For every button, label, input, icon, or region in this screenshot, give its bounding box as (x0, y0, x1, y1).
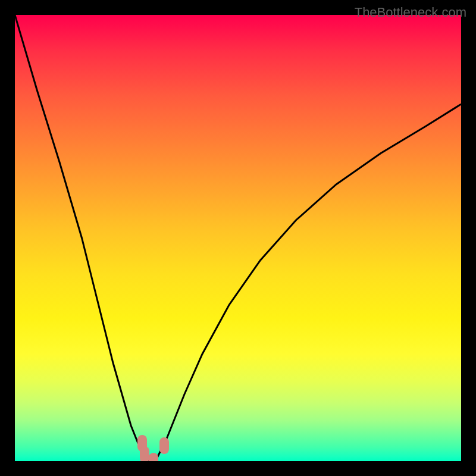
watermark-text: TheBottleneck.com (355, 5, 466, 20)
bottleneck-curve (15, 15, 461, 461)
left-marker-lower (140, 446, 149, 461)
bottom-marker (149, 453, 158, 461)
curve-path (15, 15, 461, 461)
chart-plot-area (15, 15, 461, 461)
right-marker (159, 437, 169, 454)
